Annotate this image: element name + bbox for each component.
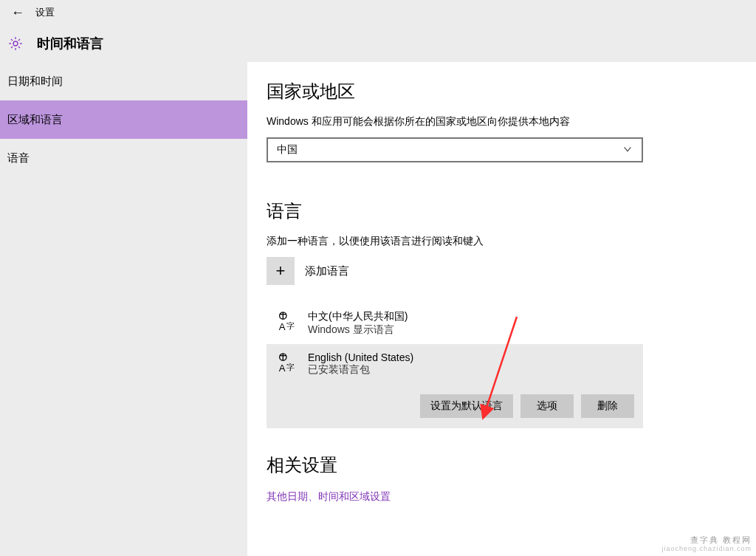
language-actions: 设置为默认语言 选项 删除	[275, 394, 634, 418]
chevron-down-icon	[622, 144, 633, 157]
related-section: 相关设置 其他日期、时间和区域设置	[267, 453, 737, 504]
sidebar-item-date-time[interactable]: 日期和时间	[0, 62, 247, 100]
svg-text:字: 字	[286, 363, 295, 371]
sidebar: 日期和时间 区域和语言 语音	[0, 62, 247, 556]
sidebar-item-region-language[interactable]: 区域和语言	[0, 100, 247, 139]
set-default-button[interactable]: 设置为默认语言	[420, 394, 513, 418]
category-bar: 时间和语言	[0, 25, 756, 62]
add-language-label: 添加语言	[305, 264, 349, 278]
language-glyph-icon: A 字	[275, 310, 298, 332]
sidebar-item-label: 日期和时间	[7, 75, 63, 89]
sidebar-item-speech[interactable]: 语音	[0, 139, 247, 177]
options-button[interactable]: 选项	[520, 394, 574, 418]
sidebar-item-label: 语音	[7, 151, 30, 165]
app-title: 设置	[35, 6, 55, 19]
related-section-title: 相关设置	[267, 453, 737, 477]
language-section-title: 语言	[267, 199, 737, 223]
language-item-english[interactable]: A 字 English (United States) 已安装语言包 设置为默认…	[267, 344, 643, 428]
language-item-chinese[interactable]: A 字 中文(中华人民共和国) Windows 显示语言	[267, 303, 643, 344]
add-language-button[interactable]: +	[267, 257, 295, 285]
watermark: 查字典 教程网 jiaocheng.chazidian.com	[662, 535, 752, 553]
region-dropdown[interactable]: 中国	[267, 137, 643, 162]
back-button[interactable]: ←	[6, 1, 30, 24]
content-pane: 国家或地区 Windows 和应用可能会根据你所在的国家或地区向你提供本地内容 …	[247, 62, 756, 556]
watermark-line2: jiaocheng.chazidian.com	[662, 545, 752, 553]
region-selected-value: 中国	[277, 143, 298, 157]
language-subtext: Windows 显示语言	[308, 323, 408, 337]
back-arrow-icon: ←	[11, 5, 24, 21]
gear-icon	[7, 35, 24, 52]
related-link[interactable]: 其他日期、时间和区域设置	[267, 490, 391, 502]
body: 日期和时间 区域和语言 语音 国家或地区 Windows 和应用可能会根据你所在…	[0, 62, 756, 556]
language-description: 添加一种语言，以便使用该语言进行阅读和键入	[267, 235, 737, 248]
language-name: 中文(中华人民共和国)	[308, 310, 408, 323]
language-subtext: 已安装语言包	[308, 363, 413, 377]
settings-window: ← 设置 时间和语言 日期和时间 区域和语言 语音 国家或地区	[0, 0, 756, 556]
watermark-line1: 查字典 教程网	[662, 535, 752, 545]
language-glyph-icon: A 字	[275, 351, 298, 374]
svg-point-0	[13, 41, 18, 46]
remove-button[interactable]: 删除	[581, 394, 634, 418]
titlebar: ← 设置	[0, 0, 756, 25]
svg-text:字: 字	[286, 321, 295, 330]
category-title: 时间和语言	[37, 35, 103, 52]
language-name: English (United States)	[308, 351, 413, 363]
plus-icon: +	[276, 261, 286, 281]
svg-text:A: A	[279, 363, 286, 374]
svg-text:A: A	[279, 321, 286, 332]
region-description: Windows 和应用可能会根据你所在的国家或地区向你提供本地内容	[267, 115, 737, 128]
add-language-row[interactable]: + 添加语言	[267, 257, 737, 285]
region-section-title: 国家或地区	[267, 80, 737, 103]
sidebar-item-label: 区域和语言	[7, 113, 63, 127]
